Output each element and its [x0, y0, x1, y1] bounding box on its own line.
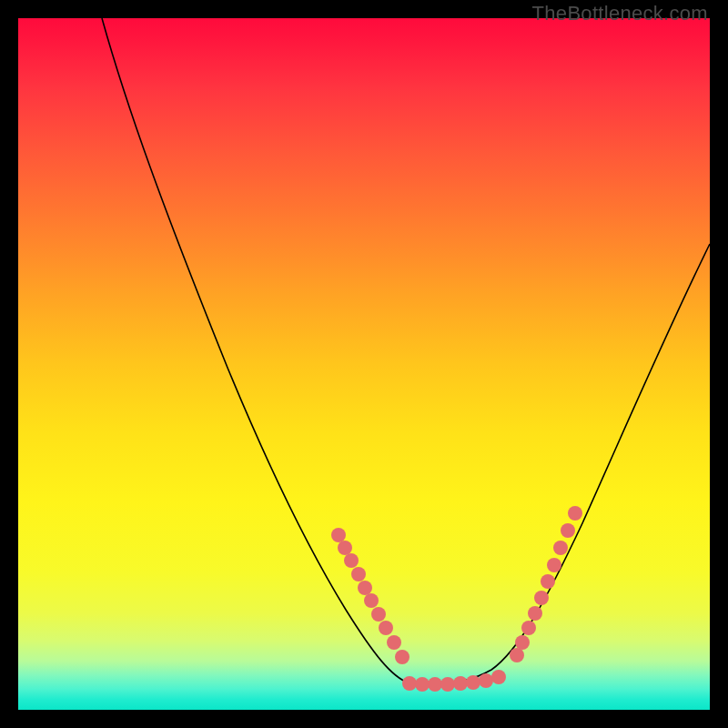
- bead-left: [387, 635, 401, 650]
- bead-right: [561, 523, 575, 538]
- bead-right: [528, 606, 542, 621]
- bead-bottom: [453, 676, 468, 691]
- bead-right: [568, 506, 582, 521]
- bead-bottom: [402, 676, 417, 691]
- bead-right: [541, 574, 555, 589]
- bead-left: [364, 593, 379, 608]
- bead-left: [379, 621, 393, 635]
- bead-right: [547, 558, 561, 572]
- bead-bottom: [479, 673, 493, 688]
- bead-left: [351, 567, 366, 581]
- bottleneck-curve: [102, 18, 710, 685]
- bead-right: [510, 648, 524, 662]
- bead-bottom: [428, 677, 442, 692]
- bead-right: [553, 541, 568, 555]
- bead-left: [344, 553, 359, 568]
- bead-right: [515, 635, 530, 650]
- bead-layer: [331, 506, 582, 692]
- bead-bottom: [491, 670, 506, 684]
- bead-left: [371, 607, 386, 622]
- plot-svg: [18, 18, 710, 710]
- bead-left: [338, 541, 352, 555]
- plot-area: [18, 18, 710, 710]
- bead-left: [331, 528, 346, 542]
- bead-bottom: [466, 675, 480, 690]
- watermark-text: TheBottleneck.com: [532, 2, 708, 25]
- bead-left: [358, 581, 372, 595]
- bead-bottom: [415, 677, 430, 692]
- bead-right: [521, 621, 536, 635]
- bead-bottom: [440, 677, 455, 692]
- chart-frame: TheBottleneck.com: [0, 0, 728, 728]
- bead-left: [395, 650, 410, 664]
- bead-right: [534, 591, 549, 605]
